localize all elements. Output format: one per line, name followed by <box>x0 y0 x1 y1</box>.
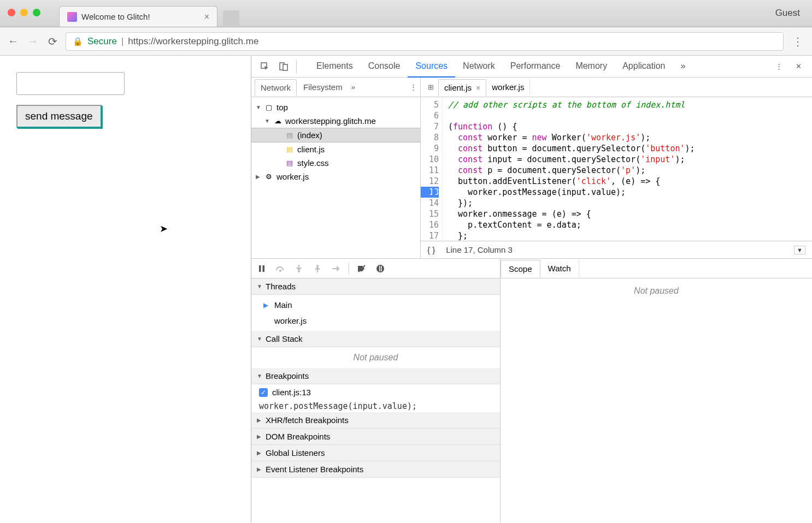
breakpoint-checkbox[interactable]: ✓ <box>259 388 268 397</box>
section-threads[interactable]: ▼Threads <box>251 278 500 295</box>
devtools-menu-icon[interactable]: ⋮ <box>770 58 787 75</box>
svg-point-5 <box>279 270 281 272</box>
section-global[interactable]: ▶Global Listeners <box>251 445 500 461</box>
maximize-window-icon[interactable] <box>33 9 40 16</box>
thread-worker[interactable]: worker.js <box>251 313 500 329</box>
svg-point-9 <box>376 265 384 272</box>
frame-icon: ▢ <box>264 103 273 112</box>
message-input[interactable] <box>16 72 125 95</box>
lock-icon: 🔒 <box>73 37 83 46</box>
section-callstack[interactable]: ▼Call Stack <box>251 331 500 347</box>
new-tab-button[interactable] <box>223 10 239 26</box>
nav-overflow-icon[interactable]: » <box>351 83 355 91</box>
callstack-not-paused: Not paused <box>251 347 500 368</box>
editor-status: { } Line 17, Column 3 ▼ <box>421 241 812 258</box>
editor-tab-clientjs[interactable]: client.js× <box>438 79 486 96</box>
pause-exceptions-button[interactable] <box>374 263 386 275</box>
favicon-icon <box>67 12 77 22</box>
navigator-tabs: Network Filesystem » ⋮ <box>251 78 420 97</box>
window-controls <box>8 9 40 16</box>
secure-label: Secure <box>87 36 117 47</box>
step-out-button[interactable] <box>311 263 323 275</box>
debugger-toolbar <box>251 259 500 278</box>
section-event[interactable]: ▶Event Listener Breakpoints <box>251 461 500 478</box>
reload-button[interactable]: ⟳ <box>46 35 59 48</box>
inspect-icon[interactable] <box>257 58 273 75</box>
step-over-button[interactable] <box>274 263 286 275</box>
js-file-icon: ▤ <box>285 145 294 154</box>
document-icon: ▤ <box>285 131 294 140</box>
code-content[interactable]: // add other scripts at the bottom of in… <box>443 97 812 241</box>
svg-rect-11 <box>381 266 382 271</box>
tab-elements[interactable]: Elements <box>309 56 361 78</box>
section-breakpoints[interactable]: ▼Breakpoints <box>251 368 500 384</box>
tabs-overflow-icon[interactable]: » <box>673 56 693 78</box>
tab-memory[interactable]: Memory <box>568 56 615 78</box>
sources-navigator: Network Filesystem » ⋮ ▼▢top ▼☁workerste… <box>251 78 421 258</box>
step-into-button[interactable] <box>293 263 305 275</box>
svg-rect-3 <box>259 265 261 272</box>
svg-point-6 <box>298 270 300 272</box>
tab-close-icon[interactable]: × <box>204 12 209 22</box>
debugger-panel: ▼Threads ▶Main worker.js ▼Call Stack Not… <box>251 259 812 523</box>
file-tree: ▼▢top ▼☁workerstepping.glitch.me ▤(index… <box>251 97 420 187</box>
nav-tab-network[interactable]: Network <box>255 79 297 96</box>
browser-tab[interactable]: Welcome to Glitch! × <box>59 6 217 27</box>
pause-button[interactable] <box>256 263 268 275</box>
tab-application[interactable]: Application <box>615 56 673 78</box>
browser-tab-bar: Welcome to Glitch! × Guest <box>0 0 812 27</box>
forward-button[interactable]: → <box>26 35 39 48</box>
css-file-icon: ▤ <box>285 159 294 168</box>
code-area[interactable]: 56789101112131415161718 // add other scr… <box>421 97 812 241</box>
section-xhr[interactable]: ▶XHR/fetch Breakpoints <box>251 412 500 429</box>
section-dom[interactable]: ▶DOM Breakpoints <box>251 429 500 445</box>
tab-network[interactable]: Network <box>455 56 503 78</box>
step-button[interactable] <box>330 263 342 275</box>
tree-worker[interactable]: ▶⚙worker.js <box>251 170 420 183</box>
editor-tab-workerjs[interactable]: worker.js <box>486 79 530 95</box>
debugger-left: ▼Threads ▶Main worker.js ▼Call Stack Not… <box>251 259 501 523</box>
devtools-close-icon[interactable]: ✕ <box>790 58 807 75</box>
line-gutter[interactable]: 56789101112131415161718 <box>421 97 443 241</box>
devtools-panel: Elements Console Sources Network Perform… <box>251 56 812 523</box>
deactivate-breakpoints-button[interactable] <box>356 263 368 275</box>
url-input[interactable]: 🔒 Secure | https://workerstepping.glitch… <box>66 32 784 51</box>
tab-console[interactable]: Console <box>361 56 408 78</box>
minimize-window-icon[interactable] <box>20 9 28 16</box>
watch-tab[interactable]: Watch <box>540 260 579 277</box>
thread-main[interactable]: ▶Main <box>251 297 500 313</box>
breakpoint-code: worker.postMessage(input.value); <box>251 400 500 412</box>
debugger-right: Scope Watch Not paused <box>501 259 812 523</box>
scope-tab[interactable]: Scope <box>501 260 540 278</box>
tab-performance[interactable]: Performance <box>503 56 568 78</box>
status-dropdown-icon[interactable]: ▼ <box>794 246 805 254</box>
toggle-navigator-icon[interactable]: ⊞ <box>423 83 438 91</box>
nav-menu-icon[interactable]: ⋮ <box>410 83 417 91</box>
page-viewport: send message ➤ <box>0 56 251 523</box>
tab-sources[interactable]: Sources <box>408 56 455 78</box>
tree-domain[interactable]: ▼☁workerstepping.glitch.me <box>251 114 420 128</box>
tree-file-stylecss[interactable]: ▤style.css <box>251 156 420 170</box>
breakpoint-item[interactable]: ✓ client.js:13 <box>251 384 500 400</box>
code-editor: ⊞ client.js× worker.js 56789101112131415… <box>421 78 812 258</box>
back-button[interactable]: ← <box>7 35 20 48</box>
svg-point-7 <box>316 265 319 267</box>
tree-file-index[interactable]: ▤(index) <box>251 128 420 142</box>
tree-file-clientjs[interactable]: ▤client.js <box>251 142 420 156</box>
close-icon[interactable]: × <box>476 84 480 92</box>
scope-tabs: Scope Watch <box>501 259 812 278</box>
profile-label[interactable]: Guest <box>775 8 800 19</box>
svg-rect-10 <box>379 266 380 271</box>
cursor-icon: ➤ <box>160 223 168 235</box>
editor-tabs: ⊞ client.js× worker.js <box>421 78 812 97</box>
address-bar: ← → ⟳ 🔒 Secure | https://workerstepping.… <box>0 27 812 56</box>
close-window-icon[interactable] <box>8 9 15 16</box>
svg-rect-4 <box>263 265 265 272</box>
browser-menu-icon[interactable]: ⋮ <box>790 35 805 48</box>
format-icon[interactable]: { } <box>427 245 435 254</box>
nav-tab-filesystem[interactable]: Filesystem <box>298 79 348 95</box>
device-toggle-icon[interactable] <box>275 58 292 75</box>
send-message-button[interactable]: send message <box>16 105 102 128</box>
tree-top[interactable]: ▼▢top <box>251 100 420 114</box>
cloud-icon: ☁ <box>273 117 282 126</box>
